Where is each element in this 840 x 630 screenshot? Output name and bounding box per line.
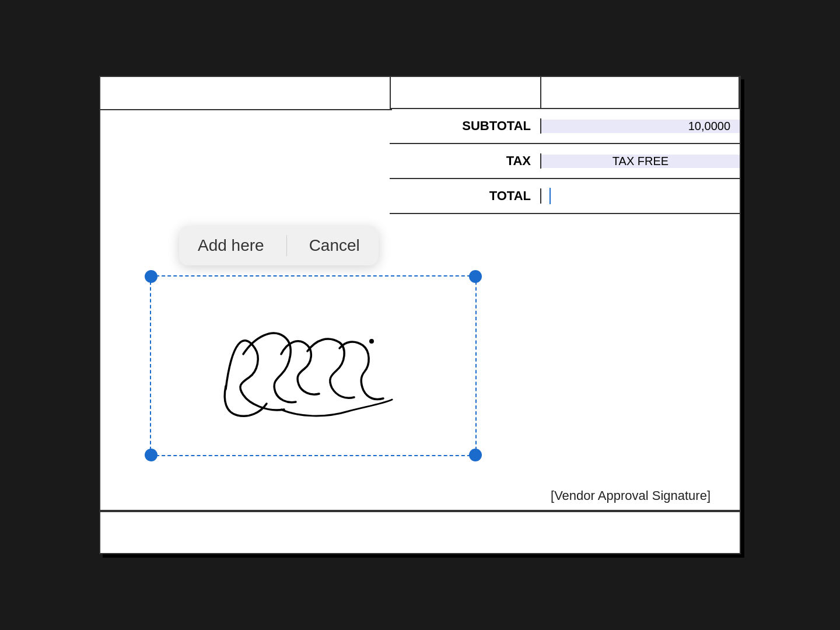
total-row: TOTAL [390, 179, 740, 214]
summary-section: SUBTOTAL 10,0000 TAX TAX FREE TOTAL [390, 109, 740, 214]
handle-top-left[interactable] [145, 270, 158, 283]
col-empty2 [541, 77, 740, 108]
add-here-button[interactable]: Add here [193, 234, 269, 257]
handle-bottom-right[interactable] [469, 449, 482, 461]
signature-dot [369, 339, 374, 344]
menu-divider [286, 235, 287, 256]
signature-selection-box[interactable] [150, 275, 477, 456]
table-area [390, 77, 740, 109]
table-header-row [391, 77, 740, 109]
handle-top-right[interactable] [469, 270, 482, 283]
subtotal-label: SUBTOTAL [390, 118, 541, 134]
text-cursor [550, 188, 551, 204]
document-container: SUBTOTAL 10,0000 TAX TAX FREE TOTAL Add … [99, 76, 741, 554]
tax-label: TAX [390, 153, 541, 169]
tax-row: TAX TAX FREE [390, 144, 740, 179]
handle-bottom-left[interactable] [145, 449, 158, 461]
total-label: TOTAL [390, 188, 541, 204]
context-menu: Add here Cancel [179, 226, 379, 265]
col-empty [391, 77, 541, 108]
vendor-approval-label: [Vendor Approval Signature] [551, 488, 710, 503]
signature-area [151, 276, 475, 455]
tax-value: TAX FREE [541, 155, 740, 168]
signature-svg [191, 296, 436, 436]
subtotal-value: 10,0000 [541, 120, 740, 133]
top-border-line [100, 109, 392, 110]
cancel-button[interactable]: Cancel [304, 234, 365, 257]
subtotal-row: SUBTOTAL 10,0000 [390, 109, 740, 144]
bottom-area [100, 512, 740, 553]
